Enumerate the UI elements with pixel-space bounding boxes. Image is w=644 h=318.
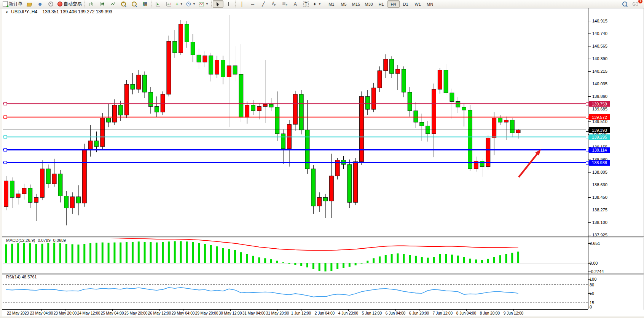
macd-histogram-bar — [234, 250, 236, 263]
auto-trading-label: 自动交易 — [64, 1, 82, 7]
price-label-anchor — [586, 102, 589, 105]
line-chart-mode-button[interactable] — [107, 0, 118, 8]
candlestick-mode-button[interactable] — [97, 0, 107, 8]
channel-icon: ⫽E — [272, 1, 276, 6]
price-tick-label: 138.450 — [592, 195, 607, 200]
bar-chart-icon — [89, 2, 94, 6]
crosshair-tool-button[interactable] — [223, 0, 234, 8]
tile-windows-button[interactable] — [139, 0, 150, 8]
auto-scroll-button[interactable] — [153, 0, 163, 8]
templates-button[interactable]: ▼ — [197, 0, 210, 8]
macd-histogram-bar — [463, 257, 465, 263]
pane-separator-1[interactable] — [2, 236, 644, 238]
horizontal-line-tool[interactable]: ─ — [247, 0, 258, 8]
text-tool[interactable]: A — [290, 0, 301, 8]
zoom-out-button[interactable]: − — [129, 0, 139, 8]
candle-bear — [444, 70, 448, 93]
price-tick-label: 140.035 — [592, 81, 607, 86]
candle-bull — [88, 141, 92, 150]
search-button[interactable] — [619, 0, 630, 8]
macd-histogram-bar — [276, 261, 278, 263]
candle-bull — [34, 197, 38, 202]
macd-histogram-bar — [451, 255, 453, 263]
timeframe-M1[interactable]: M1 — [325, 0, 338, 8]
chart-title-caret-icon[interactable]: ▼ — [5, 11, 8, 14]
trendline-tool[interactable]: ╱ — [258, 0, 269, 8]
timeframe-M15[interactable]: M15 — [350, 0, 362, 8]
periods-button[interactable]: ▼ — [185, 0, 197, 8]
macd-histogram-bar — [168, 241, 170, 263]
chat-balloon-icon — [633, 2, 638, 6]
price-tick-label: 139.685 — [592, 107, 607, 111]
candle-bear — [402, 69, 406, 92]
rsi-indicator-pane[interactable] — [3, 274, 588, 309]
candle-bear — [323, 197, 327, 201]
macd-histogram-bar — [330, 263, 332, 271]
text-label-tool[interactable]: T — [301, 0, 311, 8]
macd-histogram-bar — [403, 254, 405, 263]
candle-bull — [317, 197, 322, 206]
price-tick — [588, 185, 591, 185]
rsi-tick-label: 100 — [590, 277, 596, 281]
search-icon — [622, 2, 627, 6]
timeframe-D1[interactable]: D1 — [400, 0, 412, 8]
candle-bear — [281, 134, 285, 149]
macd-histogram-bar — [138, 241, 140, 263]
vertical-line-icon: │ — [241, 2, 244, 6]
styler-button[interactable] — [24, 0, 35, 8]
indicators-button[interactable]: +▼ — [174, 0, 185, 8]
broadcast-button[interactable] — [45, 0, 56, 8]
arrows-tool[interactable]: ✦▼ — [311, 0, 323, 8]
macd-histogram-bar — [53, 243, 55, 263]
candle-bear — [185, 24, 189, 42]
price-axis-line — [588, 8, 588, 309]
bar-chart-mode-button[interactable] — [86, 0, 97, 8]
macd-histogram-bar — [324, 263, 326, 272]
price-label-anchor — [586, 116, 589, 119]
candle-bull — [378, 71, 382, 88]
notifications-button[interactable]: 1 — [630, 0, 641, 8]
macd-histogram-bar — [144, 242, 146, 263]
templates-caret-icon: ▼ — [206, 2, 209, 6]
price-chart-pane[interactable] — [3, 8, 588, 237]
pane-separator-2[interactable] — [2, 273, 644, 275]
macd-indicator-pane[interactable] — [3, 237, 588, 273]
fibonacci-tool[interactable]: ≣F — [279, 0, 290, 8]
time-tick-label: 9 Jun 12:00 — [497, 311, 530, 315]
price-tick-label: 139.860 — [592, 94, 607, 99]
fibonacci-icon: ≣F — [282, 1, 287, 6]
profile-button[interactable]: ☻ — [35, 0, 45, 8]
chart-shift-icon — [166, 2, 171, 6]
zoom-in-button[interactable]: + — [118, 0, 129, 8]
macd-histogram-bar — [367, 261, 368, 263]
macd-histogram-bar — [493, 257, 495, 263]
macd-histogram-bar — [120, 243, 121, 263]
equidistant-channel-tool[interactable]: ⫽E — [269, 0, 279, 8]
vertical-line-tool[interactable]: │ — [237, 0, 247, 8]
price-tick — [588, 84, 591, 84]
level-price-label: 139.759 — [589, 101, 610, 107]
macd-histogram-bar — [252, 256, 254, 263]
rsi-label: RSI(14) 48.5761 — [6, 275, 37, 279]
cursor-tool-button[interactable] — [213, 0, 223, 8]
candle-bull — [112, 105, 116, 122]
price-tick — [588, 96, 591, 97]
candle-bear — [118, 105, 123, 115]
periods-caret-icon: ▼ — [193, 2, 196, 6]
timeframe-H1[interactable]: H1 — [375, 0, 387, 8]
new-order-button[interactable]: 新订单 — [1, 0, 24, 8]
timeframe-H4[interactable]: H4 — [387, 0, 400, 8]
candle-bear — [414, 111, 418, 122]
macd-histogram-bar — [11, 244, 13, 263]
timeframe-MN[interactable]: MN — [424, 0, 436, 8]
timeframe-W1[interactable]: W1 — [412, 0, 424, 8]
timeframe-M5[interactable]: M5 — [338, 0, 350, 8]
price-tick — [588, 21, 591, 21]
price-tick-label: 137.925 — [592, 233, 607, 237]
chart-shift-button[interactable] — [163, 0, 174, 8]
timeframe-M30[interactable]: M30 — [362, 0, 375, 8]
auto-trading-button[interactable]: 自动交易 — [56, 0, 83, 8]
paint-bucket-icon — [27, 3, 32, 6]
template-icon — [199, 2, 204, 6]
macd-histogram-bar — [228, 249, 230, 263]
